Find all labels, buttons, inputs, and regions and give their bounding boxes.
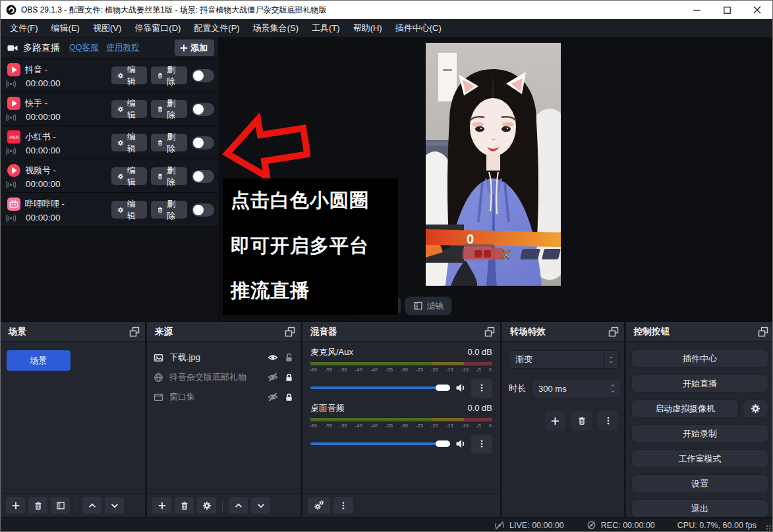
add-platform-button[interactable]: 添加 (175, 40, 214, 56)
transition-select[interactable]: 渐变 (509, 350, 619, 369)
minimize-button[interactable] (681, 1, 712, 19)
popout-icon[interactable] (285, 327, 295, 337)
speaker-icon[interactable] (455, 439, 466, 449)
transition-menu-button[interactable] (598, 411, 618, 431)
stream-toggle[interactable] (192, 170, 214, 183)
hidden-eye-icon[interactable] (268, 372, 278, 383)
menu-scene-collection[interactable]: 场景集合(S) (246, 19, 305, 38)
duration-label: 时长 (509, 383, 526, 394)
plugin-center-button[interactable]: 插件中心 (631, 349, 768, 368)
start-recording-button[interactable]: 开始录制 (631, 424, 768, 443)
channel-menu-button[interactable] (471, 435, 492, 454)
stream-timer: 00:00:00 (26, 146, 61, 155)
filters-button[interactable]: 滤镜 (405, 296, 452, 315)
delete-button[interactable]: 删除 (151, 167, 187, 185)
tutorial-link[interactable]: 使用教程 (106, 42, 139, 53)
source-properties-button[interactable] (197, 497, 216, 514)
menu-edit[interactable]: 编辑(E) (45, 19, 86, 38)
source-row[interactable]: 下载.jpg (147, 348, 301, 367)
source-up-button[interactable] (229, 497, 248, 514)
scene-item-selected[interactable]: 场景 (7, 350, 71, 371)
virtual-camera-button[interactable]: 启动虚拟摄像机 (631, 399, 739, 418)
edit-button[interactable]: 编辑 (111, 66, 147, 84)
popout-icon[interactable] (758, 327, 768, 337)
studio-mode-button[interactable]: 工作室模式 (631, 449, 768, 468)
popout-icon[interactable] (129, 327, 140, 337)
lock-icon[interactable] (284, 373, 294, 383)
delete-button[interactable]: 删除 (151, 66, 187, 84)
maximize-button[interactable] (712, 1, 742, 19)
menu-profile[interactable]: 配置文件(P) (187, 19, 246, 38)
menu-help[interactable]: 帮助(H) (347, 19, 389, 38)
platform-row-xiaohongshu: 小红书 小红书 - 00:00:00 编辑 删除 (1, 126, 218, 159)
volume-slider[interactable] (310, 442, 450, 445)
qq-support-link[interactable]: QQ客服 (69, 42, 98, 53)
source-row[interactable]: 窗口集 (147, 387, 301, 407)
trash-icon (157, 105, 163, 113)
unlock-icon[interactable] (284, 353, 294, 363)
visible-eye-icon[interactable] (268, 352, 278, 363)
menu-view[interactable]: 视图(V) (86, 19, 128, 38)
stream-timer: 00:00:00 (26, 213, 61, 223)
edit-button[interactable]: 编辑 (111, 134, 147, 151)
close-button[interactable] (742, 1, 772, 19)
docks-area: 场景 场景 来源 下 (1, 322, 773, 517)
remove-transition-button[interactable] (571, 411, 592, 431)
remove-scene-button[interactable] (28, 497, 47, 514)
popout-icon[interactable] (608, 327, 619, 337)
plus-icon (157, 501, 167, 510)
scene-down-button[interactable] (105, 497, 124, 514)
mixer-channel-desktop: 桌面音频 0.0 dB -60-55-50-45-40-35-30-25-20-… (302, 398, 500, 454)
settings-button[interactable]: 设置 (631, 474, 768, 493)
popout-icon[interactable] (484, 327, 495, 337)
stream-toggle[interactable] (192, 103, 214, 116)
advanced-audio-button[interactable] (308, 497, 330, 514)
stream-toggle[interactable] (192, 69, 214, 82)
speaker-icon[interactable] (455, 383, 466, 393)
volume-slider[interactable] (310, 386, 450, 389)
select-arrows[interactable] (603, 351, 618, 368)
hidden-eye-icon[interactable] (268, 392, 278, 402)
trash-icon (180, 501, 189, 510)
kebab-menu-icon (477, 383, 486, 392)
chevron-down-icon[interactable] (610, 389, 616, 394)
delete-button[interactable]: 删除 (151, 134, 187, 151)
channel-menu-button[interactable] (471, 379, 492, 398)
exit-button[interactable]: 退出 (631, 499, 768, 518)
gear-icon (751, 404, 760, 413)
stream-toggle[interactable] (192, 203, 214, 217)
edit-button[interactable]: 编辑 (111, 201, 147, 219)
menu-tools[interactable]: 工具(T) (305, 19, 347, 38)
remove-source-button[interactable] (175, 497, 194, 514)
resize-grip[interactable] (766, 525, 772, 531)
trash-icon (34, 501, 43, 510)
plus-icon (11, 501, 20, 510)
menu-plugin-center[interactable]: 插件中心(C) (389, 19, 448, 38)
chevron-up-icon[interactable] (610, 383, 616, 388)
edit-button[interactable]: 编辑 (111, 167, 147, 185)
stream-toggle[interactable] (192, 136, 214, 149)
add-scene-button[interactable] (6, 497, 25, 514)
live-status: LIVE: 00:00:00 (494, 520, 564, 531)
lock-icon[interactable] (284, 392, 294, 402)
rec-off-icon (587, 520, 596, 530)
delete-button[interactable]: 删除 (151, 201, 187, 219)
scene-up-button[interactable] (82, 497, 101, 514)
source-down-button[interactable] (251, 497, 270, 514)
edit-button[interactable]: 编辑 (111, 100, 147, 118)
menu-file[interactable]: 文件(F) (3, 19, 45, 38)
virtual-camera-settings-button[interactable] (743, 399, 768, 418)
start-streaming-button[interactable]: 开始直播 (631, 374, 768, 393)
broadcast-icon (6, 79, 16, 89)
duration-spinner[interactable]: 300 ms (531, 379, 621, 398)
title-bar: OBS 29.1.3 - 配置文件: 植物大战姜丝第1版 - 场景: 抖音植物大… (1, 1, 772, 19)
scene-filters-button[interactable] (51, 497, 70, 514)
add-source-button[interactable] (152, 497, 171, 514)
delete-button[interactable]: 删除 (151, 100, 187, 118)
menu-docks[interactable]: 停靠窗口(D) (128, 19, 187, 38)
add-transition-button[interactable] (545, 411, 565, 431)
platform-row-shipinhao: 视频号 - 00:00:00 编辑 删除 (1, 159, 218, 193)
mixer-menu-button[interactable] (333, 497, 353, 514)
chevron-down-icon (256, 501, 266, 510)
source-row[interactable]: 抖音杂交版底部礼物 (147, 367, 301, 387)
